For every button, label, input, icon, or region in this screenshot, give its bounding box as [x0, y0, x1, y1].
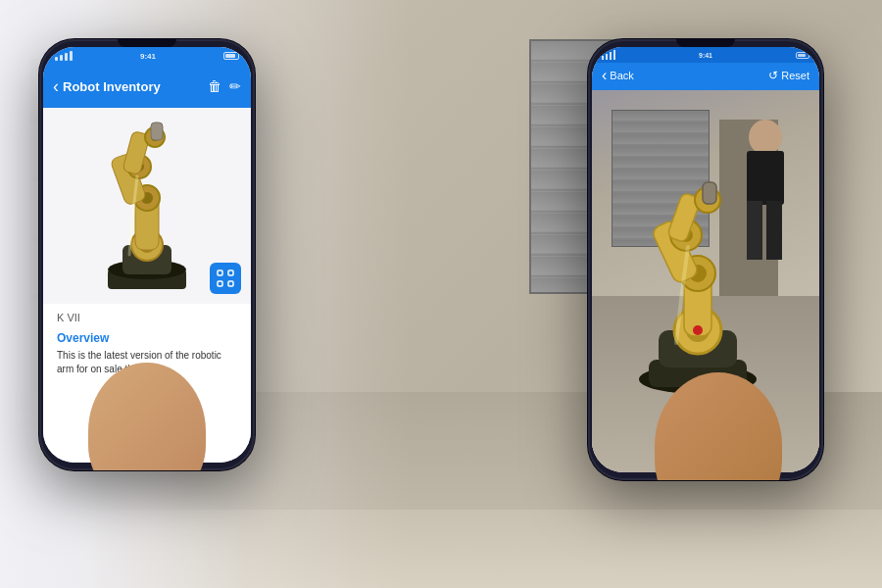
- svg-rect-34: [703, 182, 716, 204]
- ar-back-label: Back: [610, 70, 633, 81]
- overview-title: Overview: [57, 331, 237, 345]
- ar-back-chevron: ‹: [602, 67, 607, 84]
- robot-display-area: [43, 108, 251, 304]
- back-arrow-left[interactable]: ‹: [53, 76, 59, 97]
- phone-frame-right: 9:41 ‹ Back ↺ Reset: [588, 39, 823, 480]
- phone-left: 9:41 ‹ Robot Inventory 🗑 ✏: [39, 39, 255, 470]
- ar-header: 9:41 ‹ Back ↺ Reset: [592, 47, 819, 90]
- phone-right: 9:41 ‹ Back ↺ Reset: [588, 39, 823, 480]
- svg-point-35: [693, 325, 703, 335]
- status-bar-left: 9:41: [43, 47, 251, 65]
- svg-rect-14: [151, 122, 163, 140]
- ar-reset-icon: ↺: [768, 69, 778, 82]
- header-icons-left: 🗑 ✏: [208, 78, 241, 94]
- header-title-left: Robot Inventory: [63, 79, 208, 94]
- status-time-left: 9:41: [140, 52, 156, 61]
- delete-icon[interactable]: 🗑: [208, 78, 221, 94]
- signal-indicator: [55, 51, 73, 61]
- battery-indicator-left: [223, 52, 239, 60]
- ar-reset-label: Reset: [781, 70, 809, 81]
- robot-arm-image: [78, 118, 216, 294]
- ar-back-button[interactable]: ‹ Back: [602, 67, 634, 84]
- ar-view-button[interactable]: [210, 263, 241, 294]
- phone-frame-left: 9:41 ‹ Robot Inventory 🗑 ✏: [39, 39, 255, 470]
- phone-header-left: ‹ Robot Inventory 🗑 ✏: [43, 65, 251, 108]
- main-scene: 9:41 ‹ Robot Inventory 🗑 ✏: [0, 0, 882, 588]
- svg-rect-16: [228, 270, 233, 275]
- ar-reset-button[interactable]: ↺ Reset: [768, 69, 809, 82]
- robot-model-label: K VII: [57, 312, 237, 323]
- svg-rect-17: [218, 281, 222, 286]
- svg-rect-15: [218, 270, 222, 275]
- svg-rect-18: [228, 281, 233, 286]
- ar-robot-display: [619, 178, 776, 394]
- edit-icon[interactable]: ✏: [229, 78, 241, 94]
